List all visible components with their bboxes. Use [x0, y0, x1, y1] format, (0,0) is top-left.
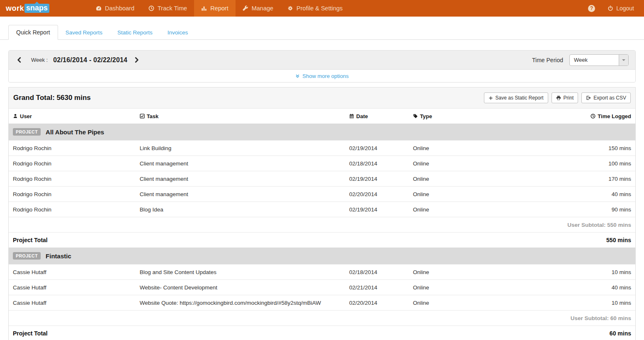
time-period-control: Time Period Week	[532, 54, 629, 66]
column-label: Date	[356, 113, 368, 119]
project-badge: PROJECT	[13, 252, 41, 260]
column-header-user: User	[13, 113, 140, 119]
column-label: User	[20, 113, 32, 119]
calendar-icon	[349, 114, 354, 119]
cell-type: Online	[413, 160, 481, 167]
print-button[interactable]: Print	[552, 92, 578, 103]
cell-date: 02/19/2014	[349, 176, 413, 182]
cell-type: Online	[413, 191, 481, 197]
project-badge: PROJECT	[13, 128, 41, 136]
help-icon[interactable]: ?	[588, 5, 595, 12]
cell-type: Online	[413, 176, 481, 182]
project-total-value: 60 mins	[610, 330, 631, 337]
table-header-row: User Task Date Type Time Logged	[9, 109, 635, 124]
tab-static-reports[interactable]: Static Reports	[110, 26, 160, 39]
cell-task: Website- Content Development	[140, 284, 349, 291]
worksnaps-logo[interactable]: worksnaps	[6, 4, 49, 13]
show-more-options-label: Show more options	[302, 73, 348, 79]
show-more-options-link[interactable]: Show more options	[295, 73, 348, 79]
previous-week-button[interactable]	[15, 56, 23, 64]
cell-user: Rodrigo Rochin	[13, 176, 140, 182]
export-csv-label: Export as CSV	[593, 95, 626, 101]
filter-more-bar: Show more options	[9, 70, 635, 82]
chevron-down-icon	[622, 59, 625, 63]
cell-user: Rodrigo Rochin	[13, 206, 140, 213]
cell-user: Rodrigo Rochin	[13, 191, 140, 197]
project-rows: Cassie Hutaff Blog and Site Content Upda…	[9, 264, 635, 310]
logout-button[interactable]: Logout	[608, 5, 634, 12]
logout-label: Logout	[616, 5, 634, 12]
cell-date: 02/18/2014	[349, 269, 413, 275]
cell-type: Online	[413, 284, 481, 291]
project-total-value: 550 mins	[606, 237, 631, 243]
report-actions: Save as Static Report Print Export as CS…	[484, 92, 631, 103]
table-row: Cassie Hutaff Website Quote: https://gom…	[9, 295, 635, 310]
cell-user: Rodrigo Rochin	[13, 160, 140, 167]
cell-date: 02/19/2014	[349, 145, 413, 151]
cell-time-logged: 10 mins	[481, 300, 631, 306]
report-header: Grand Total: 5630 mins Save as Static Re…	[9, 87, 635, 109]
nav-track-time[interactable]: Track Time	[141, 0, 194, 17]
select-dropdown-button[interactable]	[619, 55, 628, 66]
export-icon	[586, 95, 591, 100]
cell-task: Client management	[140, 191, 349, 197]
cell-date: 02/18/2014	[349, 160, 413, 167]
column-label: Time Logged	[598, 113, 631, 119]
main-nav: Dashboard Track Time Report Manage Profi…	[89, 0, 350, 17]
table-row: Rodrigo Rochin Client management 02/19/2…	[9, 171, 635, 186]
cell-user: Rodrigo Rochin	[13, 145, 140, 151]
grand-total: Grand Total: 5630 mins	[13, 94, 91, 102]
tab-quick-report[interactable]: Quick Report	[8, 25, 58, 40]
cell-time-logged: 40 mins	[481, 191, 631, 197]
nav-report[interactable]: Report	[194, 0, 236, 17]
tab-saved-reports[interactable]: Saved Reports	[58, 26, 110, 39]
table-row: Cassie Hutaff Website- Content Developme…	[9, 279, 635, 295]
tab-invoices[interactable]: Invoices	[160, 26, 196, 39]
navbar-right: ? Logout	[588, 5, 634, 12]
nav-manage[interactable]: Manage	[236, 0, 280, 17]
project-total-row: Project Total 550 mins	[9, 232, 635, 248]
filter-panel: Week : 02/16/2014 - 02/22/2014 Time Peri…	[8, 50, 636, 83]
settings-icon	[287, 5, 293, 11]
export-csv-button[interactable]: Export as CSV	[581, 92, 631, 103]
double-chevron-down-icon	[295, 74, 300, 78]
table-row: Cassie Hutaff Blog and Site Content Upda…	[9, 264, 635, 279]
check-square-icon	[140, 114, 145, 119]
cell-time-logged: 40 mins	[481, 284, 631, 291]
cell-type: Online	[413, 145, 481, 151]
cell-type: Online	[413, 269, 481, 275]
week-date-range: 02/16/2014 - 02/22/2014	[53, 56, 127, 64]
cell-task: Link Building	[140, 145, 349, 151]
nav-dashboard[interactable]: Dashboard	[89, 0, 141, 17]
project-total-row: Project Total 60 mins	[9, 325, 635, 340]
nav-item-label: Profile & Settings	[296, 5, 343, 12]
next-week-button[interactable]	[133, 56, 141, 64]
project-name: Fintastic	[46, 253, 71, 260]
nav-profile-settings[interactable]: Profile & Settings	[280, 0, 350, 17]
tag-icon	[413, 114, 418, 119]
cell-type: Online	[413, 300, 481, 306]
time-period-select[interactable]: Week	[569, 54, 629, 66]
track-time-icon	[148, 5, 154, 11]
cell-time-logged: 100 mins	[481, 160, 631, 167]
user-icon	[13, 114, 18, 119]
cell-date: 02/21/2014	[349, 284, 413, 291]
cell-task: Blog and Site Content Updates	[140, 269, 349, 275]
save-static-report-label: Save as Static Report	[496, 95, 544, 101]
plus-icon	[488, 96, 493, 100]
column-header-time-logged: Time Logged	[481, 113, 631, 119]
save-static-report-button[interactable]: Save as Static Report	[484, 92, 548, 103]
report-panel: Grand Total: 5630 mins Save as Static Re…	[8, 87, 636, 340]
week-label: Week :	[31, 57, 48, 63]
cell-task: Client management	[140, 160, 349, 167]
cell-time-logged: 150 mins	[481, 145, 631, 151]
column-label: Task	[147, 113, 159, 119]
table-row: Rodrigo Rochin Blog Idea 02/19/2014 Onli…	[9, 202, 635, 217]
cell-time-logged: 170 mins	[481, 176, 631, 182]
cell-date: 02/19/2014	[349, 206, 413, 213]
project-name: All About The Pipes	[46, 129, 104, 136]
cell-date: 02/20/2014	[349, 191, 413, 197]
printer-icon	[556, 95, 561, 100]
project-total-label: Project Total	[13, 330, 48, 337]
column-header-task: Task	[140, 113, 349, 119]
